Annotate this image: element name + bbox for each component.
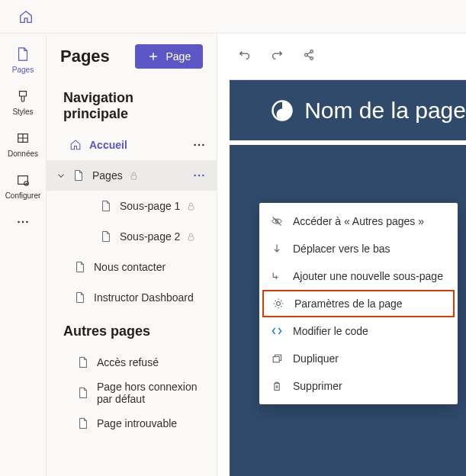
tree-label: Sous-page 2	[120, 230, 180, 243]
tree-item-notfound[interactable]: Page introuvable	[47, 408, 217, 439]
tree-label: Accueil	[89, 139, 127, 151]
tree-label: Instructor Dashboard	[94, 291, 194, 304]
swirl-icon	[271, 99, 294, 122]
tree-label: Accès refusé	[97, 356, 159, 368]
more-icon[interactable]	[188, 169, 211, 182]
tree-label: Pages	[92, 169, 123, 182]
rail-label: Pages	[12, 66, 34, 74]
section-main-nav: Navigation principale	[47, 79, 217, 130]
home-icon	[69, 139, 82, 151]
lock-icon	[186, 232, 196, 242]
trash-icon	[270, 379, 284, 393]
chevron-down-icon[interactable]	[56, 170, 66, 181]
more-icon[interactable]	[188, 138, 211, 152]
tree-label: Nous contacter	[94, 261, 166, 273]
menu-edit-code[interactable]: Modifier le code	[259, 317, 458, 345]
menu-label: Déplacer vers le bas	[293, 243, 390, 255]
context-menu: Accéder à « Autres pages » Déplacer vers…	[259, 203, 458, 404]
tree-label: Page hors connexion par défaut	[97, 381, 211, 405]
top-strip	[0, 0, 466, 34]
brush-icon	[14, 88, 31, 105]
rail-more[interactable]	[0, 207, 46, 236]
rail-configure[interactable]: Configurer	[0, 166, 46, 206]
menu-other-pages[interactable]: Accéder à « Autres pages »	[259, 207, 458, 235]
pages-panel: Pages Page Navigation principale Accueil…	[47, 34, 217, 476]
menu-page-settings[interactable]: Paramètres de la page	[262, 290, 455, 317]
tree-item-denied[interactable]: Accès refusé	[47, 347, 217, 378]
banner-title: Nom de la page	[304, 98, 466, 124]
rail-data[interactable]: Données	[0, 124, 46, 164]
add-sub-icon	[270, 269, 284, 283]
tree-item-contact[interactable]: Nous contacter	[47, 252, 217, 282]
page-icon	[74, 291, 86, 304]
page-icon	[100, 200, 112, 212]
menu-label: Ajouter une nouvelle sous-page	[293, 270, 443, 282]
home-icon	[18, 9, 34, 24]
rail-styles[interactable]: Styles	[0, 82, 46, 122]
menu-label: Accéder à « Autres pages »	[293, 215, 424, 227]
new-page-label: Page	[166, 50, 191, 63]
menu-label: Supprimer	[293, 380, 342, 392]
menu-move-down[interactable]: Déplacer vers le bas	[259, 235, 458, 262]
page-icon	[74, 261, 86, 273]
page-icon	[77, 387, 89, 399]
undo-button[interactable]	[236, 46, 254, 64]
menu-label: Paramètres de la page	[294, 298, 403, 310]
rail-label: Styles	[12, 108, 33, 116]
canvas-banner: Nom de la page	[230, 79, 466, 140]
lock-icon	[186, 201, 196, 211]
panel-title: Pages	[60, 47, 110, 66]
tree-item-instructor[interactable]: Instructor Dashboard	[47, 282, 217, 313]
new-page-button[interactable]: Page	[135, 44, 203, 69]
tree-item-offline[interactable]: Page hors connexion par défaut	[47, 378, 217, 408]
lock-icon	[129, 171, 139, 181]
rail-label: Configurer	[5, 191, 41, 200]
canvas-toolbar	[217, 34, 466, 76]
page-icon	[14, 46, 31, 63]
eye-off-icon	[270, 214, 284, 228]
tree-item-sub1[interactable]: Sous-page 1	[47, 191, 217, 221]
arrow-down-icon	[270, 242, 284, 256]
table-icon	[14, 130, 31, 146]
rail-label: Données	[8, 150, 38, 158]
dots-icon	[14, 214, 31, 230]
menu-add-subpage[interactable]: Ajouter une nouvelle sous-page	[259, 262, 458, 290]
menu-label: Dupliquer	[293, 352, 339, 365]
gear-icon	[272, 297, 285, 310]
menu-duplicate[interactable]: Dupliquer	[259, 345, 458, 372]
tree-item-pages[interactable]: Pages	[47, 160, 217, 191]
redo-button[interactable]	[268, 46, 286, 64]
tree-item-sub2[interactable]: Sous-page 2	[47, 221, 217, 252]
share-button[interactable]	[300, 46, 318, 64]
config-icon	[14, 172, 31, 188]
tree-item-home[interactable]: Accueil	[47, 130, 217, 160]
page-icon	[77, 356, 89, 368]
duplicate-icon	[270, 352, 284, 365]
page-icon	[72, 169, 85, 182]
rail-pages[interactable]: Pages	[0, 40, 46, 80]
menu-delete[interactable]: Supprimer	[259, 372, 458, 400]
tree-label: Sous-page 1	[120, 200, 180, 212]
page-icon	[77, 417, 89, 429]
page-icon	[100, 230, 112, 243]
tree-label: Page introuvable	[97, 417, 177, 429]
code-icon	[270, 324, 284, 338]
menu-label: Modifier le code	[293, 325, 368, 337]
section-other-pages: Autres pages	[47, 313, 217, 347]
plus-icon	[147, 50, 159, 63]
left-rail: Pages Styles Données Configurer	[0, 34, 47, 476]
home-button[interactable]	[12, 3, 40, 31]
